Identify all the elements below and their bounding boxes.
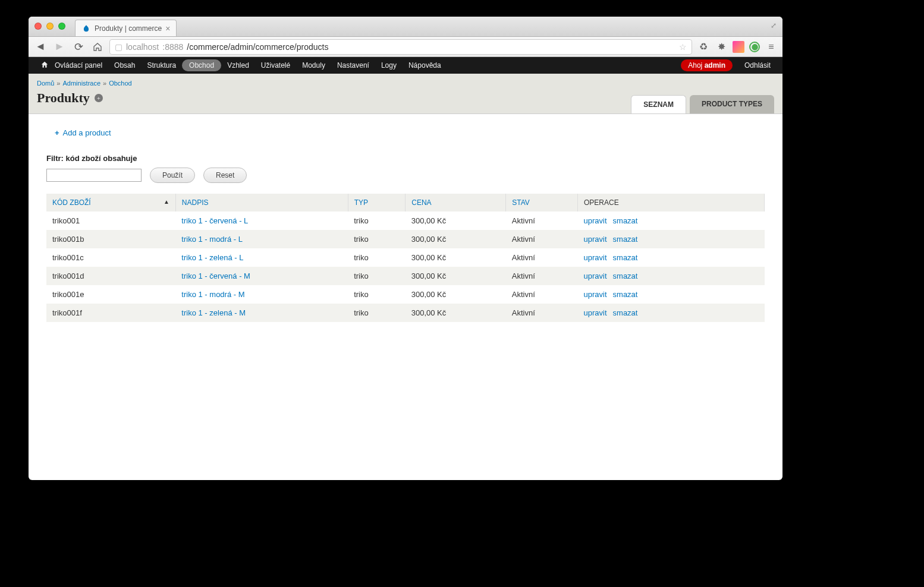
sort-asc-icon: ▲ <box>164 198 169 205</box>
cell-price: 300,00 Kč <box>406 230 506 248</box>
th-price[interactable]: CENA <box>406 194 506 212</box>
delete-link[interactable]: smazat <box>613 290 638 299</box>
admin-menu-item[interactable]: Uživatelé <box>255 58 296 72</box>
breadcrumb-link[interactable]: Domů <box>37 80 54 87</box>
admin-menu-item[interactable]: Vzhled <box>221 58 255 72</box>
window-maximize-button[interactable] <box>58 23 65 30</box>
th-status[interactable]: STAV <box>506 194 578 212</box>
admin-menu-item[interactable]: Ovládací panel <box>49 58 108 72</box>
cell-status: Aktivní <box>506 248 578 267</box>
th-title[interactable]: NADPIS <box>175 194 348 212</box>
th-ops-label: OPERACE <box>584 198 619 207</box>
table-row: triko001ftriko 1 - zelená - Mtriko300,00… <box>46 304 765 322</box>
product-title-link[interactable]: triko 1 - zelená - M <box>181 308 246 317</box>
page-title-text: Produkty <box>37 90 90 106</box>
add-circle-icon[interactable]: + <box>95 94 103 102</box>
cell-ops: upravitsmazat <box>578 304 765 322</box>
edit-link[interactable]: upravit <box>584 290 607 299</box>
home-button[interactable] <box>90 40 105 54</box>
th-sku-link[interactable]: KÓD ZBOŽÍ <box>52 198 91 207</box>
filter-input[interactable] <box>46 169 142 182</box>
admin-menu-item[interactable]: Obsah <box>108 58 141 72</box>
settings-gear-icon[interactable]: ✸ <box>715 40 728 53</box>
table-row: triko001btriko 1 - modrá - Ltriko300,00 … <box>46 230 765 248</box>
edit-link[interactable]: upravit <box>584 308 607 317</box>
breadcrumb-link[interactable]: Obchod <box>109 80 132 87</box>
extension-circle-icon[interactable]: ⬤ <box>749 42 760 52</box>
product-title-link[interactable]: triko 1 - červená - L <box>181 216 248 225</box>
delete-link[interactable]: smazat <box>613 253 638 262</box>
apply-filter-button[interactable]: Použít <box>150 168 195 183</box>
cell-title: triko 1 - červená - L <box>175 212 348 230</box>
product-title-link[interactable]: triko 1 - červená - M <box>181 272 250 280</box>
th-ops: OPERACE <box>578 194 765 212</box>
th-sku[interactable]: KÓD ZBOŽÍ▲ <box>46 194 175 212</box>
reset-filter-button[interactable]: Reset <box>203 168 247 183</box>
user-badge[interactable]: Ahoj admin <box>681 59 733 71</box>
product-title-link[interactable]: triko 1 - modrá - M <box>181 290 244 299</box>
admin-menu-item[interactable]: Nápověda <box>403 58 447 72</box>
forward-button[interactable]: ► <box>52 40 67 54</box>
th-type-link[interactable]: TYP <box>354 198 368 207</box>
filter-section: Filtr: kód zboží obsahuje Použít Reset <box>46 154 765 183</box>
cell-type: triko <box>348 212 406 230</box>
cell-price: 300,00 Kč <box>406 304 506 322</box>
browser-toolbar: ◄ ► ⟳ ▢ localhost:8888/commerce/admin/co… <box>29 37 782 57</box>
cell-title: triko 1 - modrá - L <box>175 230 348 248</box>
logout-link[interactable]: Odhlásit <box>738 58 777 72</box>
cell-title: triko 1 - zelená - L <box>175 248 348 267</box>
edit-link[interactable]: upravit <box>584 235 607 244</box>
th-title-link[interactable]: NADPIS <box>182 198 209 207</box>
product-title-link[interactable]: triko 1 - modrá - L <box>181 235 243 244</box>
admin-menu-item[interactable]: Struktura <box>141 58 182 72</box>
th-status-link[interactable]: STAV <box>512 198 530 207</box>
edit-link[interactable]: upravit <box>584 253 607 262</box>
page-tab[interactable]: SEZNAM <box>631 95 686 113</box>
admin-menu-item[interactable]: Nastavení <box>331 58 375 72</box>
page-tab[interactable]: PRODUCT TYPES <box>690 95 774 113</box>
cell-sku: triko001f <box>46 304 175 322</box>
browser-tab[interactable]: Produkty | commerce × <box>75 20 177 36</box>
cell-ops: upravitsmazat <box>578 267 765 285</box>
cell-title: triko 1 - zelená - M <box>175 304 348 322</box>
cell-type: triko <box>348 267 406 285</box>
breadcrumb-link[interactable]: Administrace <box>62 80 100 87</box>
cell-type: triko <box>348 230 406 248</box>
admin-menu-item[interactable]: Obchod <box>182 59 221 71</box>
product-title-link[interactable]: triko 1 - zelená - L <box>181 253 243 262</box>
delete-link[interactable]: smazat <box>613 308 638 317</box>
table-row: triko001etriko 1 - modrá - Mtriko300,00 … <box>46 285 765 304</box>
th-type[interactable]: TYP <box>348 194 406 212</box>
bookmark-star-icon[interactable]: ☆ <box>679 42 687 52</box>
breadcrumb-separator: » <box>103 80 106 87</box>
window-minimize-button[interactable] <box>46 23 54 30</box>
url-path: /commerce/admin/commerce/products <box>187 42 328 52</box>
back-button[interactable]: ◄ <box>33 40 48 54</box>
cell-sku: triko001c <box>46 248 175 267</box>
edit-link[interactable]: upravit <box>584 272 607 280</box>
browser-menu-icon[interactable]: ≡ <box>765 40 778 53</box>
recycle-icon[interactable]: ♻ <box>697 40 710 53</box>
admin-menu-left: Ovládací panelObsahStrukturaObchodVzhled… <box>34 58 447 74</box>
cell-status: Aktivní <box>506 304 578 322</box>
filter-label: Filtr: kód zboží obsahuje <box>46 154 765 163</box>
cell-status: Aktivní <box>506 230 578 248</box>
delete-link[interactable]: smazat <box>613 272 638 280</box>
admin-menu-item[interactable]: Moduly <box>296 58 331 72</box>
reload-button[interactable]: ⟳ <box>71 40 86 54</box>
tab-close-icon[interactable]: × <box>165 24 170 33</box>
url-bar[interactable]: ▢ localhost:8888/commerce/admin/commerce… <box>109 39 692 55</box>
cell-sku: triko001e <box>46 285 175 304</box>
add-product-label: Add a product <box>63 128 111 137</box>
window-close-button[interactable] <box>34 23 42 30</box>
admin-home-icon[interactable] <box>34 58 49 74</box>
edit-link[interactable]: upravit <box>584 216 607 225</box>
extension-color-icon[interactable] <box>733 41 744 53</box>
window-expand-icon[interactable]: ⤢ <box>771 21 777 30</box>
th-price-link[interactable]: CENA <box>411 198 431 207</box>
delete-link[interactable]: smazat <box>613 216 638 225</box>
delete-link[interactable]: smazat <box>613 235 638 244</box>
add-product-link[interactable]: + Add a product <box>55 128 111 137</box>
cell-type: triko <box>348 248 406 267</box>
admin-menu-item[interactable]: Logy <box>375 58 403 72</box>
